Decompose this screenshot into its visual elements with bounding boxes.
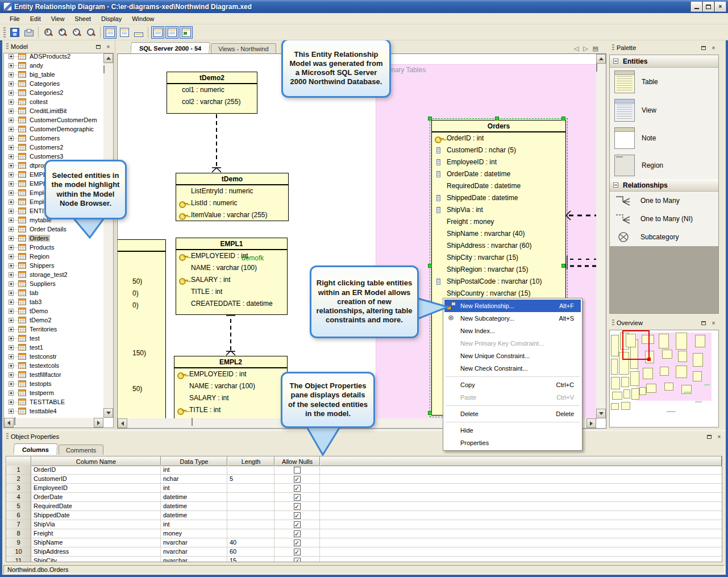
show-columns-button[interactable] xyxy=(151,26,164,39)
entity-field[interactable] xyxy=(118,395,165,407)
cell-length[interactable]: 60 xyxy=(227,547,274,557)
panel-grip[interactable] xyxy=(6,433,9,440)
menu-item-new-subcategory-[interactable]: New Subcategory...Alt+S xyxy=(444,312,581,325)
entity-field[interactable]: OrderDate : datetime xyxy=(432,168,565,180)
cell-column-name[interactable]: RequiredDate xyxy=(31,502,161,511)
entity-field[interactable]: ShipRegion : nvarchar (15) xyxy=(432,264,565,276)
palette-item-note[interactable]: Note xyxy=(610,124,718,152)
entity-field[interactable]: ItemValue : varchar (255) xyxy=(176,209,288,221)
cell-data-type[interactable]: datetime xyxy=(161,493,227,502)
expand-icon[interactable] xyxy=(9,99,14,105)
cell-length[interactable]: 15 xyxy=(227,557,274,562)
entity-EMPL2[interactable]: EMPL2EMPLOYEEID : intNAME : varchar (100… xyxy=(174,356,288,420)
minimize-button[interactable] xyxy=(691,2,702,11)
scroll-right-button[interactable] xyxy=(586,418,596,428)
menu-item-new-index-[interactable]: New Index... xyxy=(444,325,581,337)
expand-icon[interactable] xyxy=(9,354,14,359)
selection-handle[interactable] xyxy=(561,264,565,268)
cell-length[interactable] xyxy=(227,529,274,538)
palette-item-one-to-many-ni-[interactable]: One to Many (NI) xyxy=(610,210,718,228)
entity-field[interactable] xyxy=(118,335,165,347)
tree-item-storage-test2[interactable]: storage_test2 xyxy=(4,270,103,279)
print-button[interactable] xyxy=(22,26,35,39)
tree-item-territories[interactable]: Territories xyxy=(4,325,103,334)
menu-edit[interactable]: Edit xyxy=(25,14,46,23)
tree-item-testextcols[interactable]: testextcols xyxy=(4,361,103,370)
entity-field[interactable]: TITLE : int xyxy=(174,404,287,416)
expand-icon[interactable] xyxy=(9,345,14,350)
cell-data-type[interactable]: int xyxy=(161,466,227,475)
save-button[interactable] xyxy=(8,26,21,39)
expand-icon[interactable] xyxy=(9,90,14,96)
entity-EMPL1[interactable]: EMPL1EMPLOYEEID : intNAME : varchar (100… xyxy=(176,238,288,315)
tree-item-products[interactable]: Products xyxy=(4,243,103,252)
scroll-up-button[interactable] xyxy=(103,53,113,63)
tree-item-testtable[interactable]: TESTTABLE xyxy=(4,397,103,406)
collapse-icon[interactable] xyxy=(613,182,618,188)
panel-grip[interactable] xyxy=(6,43,9,50)
grid-row[interactable]: 9ShipNamenvarchar40✓ xyxy=(6,538,722,547)
zoom-in-button[interactable]: + xyxy=(56,26,69,39)
expand-icon[interactable] xyxy=(9,81,14,86)
palette-item-one-to-many[interactable]: One to Many xyxy=(610,192,718,210)
tree-item-big-table[interactable]: big_table xyxy=(4,70,103,79)
cell-length[interactable] xyxy=(227,493,274,502)
palette-item-view[interactable]: View xyxy=(610,96,718,124)
expand-icon[interactable] xyxy=(9,409,14,414)
menu-view[interactable]: View xyxy=(46,14,70,23)
tree-item-tab3[interactable]: tab3 xyxy=(4,297,103,306)
entity-field[interactable]: ShipPostalCode : nvarchar (10) xyxy=(432,276,565,288)
collapse-icon[interactable] xyxy=(613,59,618,64)
menu-window[interactable]: Window xyxy=(127,14,159,23)
expand-icon[interactable] xyxy=(9,290,14,296)
tree-item-categories2[interactable]: Categories2 xyxy=(4,88,103,97)
cell-data-type[interactable]: money xyxy=(161,529,227,538)
entity-field[interactable]: ShipName : nvarchar (40) xyxy=(432,228,565,240)
show-relationships-button[interactable] xyxy=(180,26,193,39)
overview-minimap[interactable] xyxy=(609,330,719,427)
expand-icon[interactable] xyxy=(9,381,14,387)
entity-field[interactable] xyxy=(118,359,165,371)
grid-row[interactable]: 5RequiredDatedatetime✓ xyxy=(6,502,722,511)
entity-clipped-table[interactable]: 50)0)0)150)50) xyxy=(117,239,166,420)
entity-field[interactable]: OrderID : int xyxy=(432,132,565,144)
tab-list-button[interactable]: ▤ xyxy=(593,45,598,52)
allow-nulls-checkbox[interactable] xyxy=(294,467,301,474)
scroll-left-button[interactable] xyxy=(4,418,14,427)
float-panel-button[interactable] xyxy=(705,433,713,441)
tree-item-coltest[interactable]: coltest xyxy=(4,97,103,106)
grid-row[interactable]: 3EmployeeIDint✓ xyxy=(6,484,722,493)
tree-item-testfillfactor[interactable]: testfillfactor xyxy=(4,370,103,379)
tree-item-andy[interactable]: andy xyxy=(4,61,103,70)
expand-icon[interactable] xyxy=(9,163,14,168)
expand-icon[interactable] xyxy=(9,190,14,196)
expand-icon[interactable] xyxy=(9,400,14,405)
expand-icon[interactable] xyxy=(9,181,14,186)
tree-item-customerdemographic[interactable]: CustomerDemographic xyxy=(4,124,103,134)
entity-tDemo2[interactable]: tDemo2col1 : numericcol2 : varchar (255) xyxy=(167,72,257,114)
tab-comments[interactable]: Comments xyxy=(59,445,103,455)
expand-icon[interactable] xyxy=(9,391,14,396)
entity-field[interactable]: EmployeeID : int xyxy=(432,156,565,168)
cell-data-type[interactable]: nvarchar xyxy=(161,557,227,562)
tree-item-testconstr[interactable]: testconstr xyxy=(4,352,103,361)
allow-nulls-checkbox[interactable]: ✓ xyxy=(294,530,301,537)
allow-nulls-checkbox[interactable]: ✓ xyxy=(294,512,301,519)
cell-data-type[interactable]: nvarchar xyxy=(161,547,227,557)
entity-field[interactable]: ShipAddress : nvarchar (60) xyxy=(432,240,565,252)
entity-field[interactable]: Freight : money xyxy=(432,216,565,228)
allow-nulls-checkbox[interactable]: ✓ xyxy=(294,476,301,483)
cell-data-type[interactable]: datetime xyxy=(161,502,227,511)
tree-item-tdemo[interactable]: tDemo xyxy=(4,306,103,316)
sheet-tab-sql-server-2000-54[interactable]: SQL Server 2000 - 54 xyxy=(130,42,210,53)
entity-field[interactable] xyxy=(118,371,165,383)
scroll-down-button[interactable] xyxy=(103,408,113,418)
entity-tDemo[interactable]: tDemoListEntryId : numericListId : numer… xyxy=(176,173,289,221)
entity-field[interactable]: ListEntryId : numeric xyxy=(176,185,288,197)
zoom-out-button[interactable]: - xyxy=(70,26,83,39)
entity-field[interactable]: RequiredDate : datetime xyxy=(432,180,565,192)
cell-length[interactable]: 40 xyxy=(227,538,274,547)
entity-field[interactable] xyxy=(118,323,165,335)
tree-item-customers2[interactable]: Customers2 xyxy=(4,143,103,152)
expand-icon[interactable] xyxy=(9,236,14,241)
